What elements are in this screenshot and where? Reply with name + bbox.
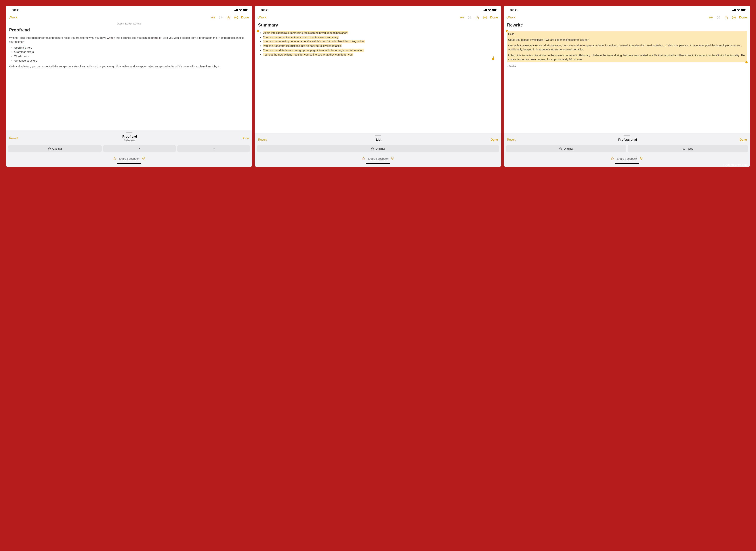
more-icon[interactable]: [482, 14, 488, 21]
chevron-up-icon: [138, 147, 141, 150]
thumbs-up-icon[interactable]: [362, 157, 365, 160]
svg-rect-1: [235, 10, 236, 11]
back-button[interactable]: ‹ Work: [257, 15, 266, 20]
original-button[interactable]: Original: [8, 145, 102, 152]
sheet-done-button[interactable]: Done: [740, 138, 747, 141]
sheet-grabber[interactable]: [375, 135, 381, 136]
svg-point-12: [236, 17, 236, 18]
share-feedback-label[interactable]: Share Feedback: [368, 157, 388, 160]
chevron-left-icon: ‹: [257, 15, 259, 20]
share-icon[interactable]: [723, 14, 730, 21]
back-button[interactable]: ‹ Work: [8, 15, 17, 20]
undo-icon[interactable]: [708, 14, 714, 21]
thumbs-up-icon[interactable]: [611, 157, 614, 160]
next-change-button[interactable]: [177, 145, 250, 152]
wifi-icon: [239, 8, 242, 12]
thumbs-down-icon[interactable]: [142, 157, 145, 160]
sheet-grabber[interactable]: [126, 132, 132, 133]
sheet-title: List: [376, 138, 381, 142]
svg-rect-2: [236, 9, 237, 11]
done-button[interactable]: Done: [240, 16, 250, 19]
cellular-icon: [484, 8, 487, 12]
nav-toolbar: ‹ Work Done: [255, 13, 501, 22]
phone-proofread: 09:41 ‹ Work Done August 5, 2024 at 13:0…: [6, 6, 252, 167]
paragraph: Writing Tools' intelligent proofreading …: [9, 36, 249, 44]
svg-rect-32: [734, 9, 735, 11]
redo-icon[interactable]: [715, 14, 722, 21]
status-time: 09:41: [12, 8, 20, 12]
svg-point-27: [485, 17, 485, 18]
note-date: August 5, 2024 at 13:02: [9, 22, 249, 25]
underlined-word: written: [107, 36, 115, 39]
note-body[interactable]: August 5, 2024 at 13:02 Proofread Writin…: [6, 22, 252, 130]
more-icon[interactable]: [731, 14, 737, 21]
revert-button[interactable]: Revert: [507, 138, 516, 141]
prev-change-button[interactable]: [103, 145, 176, 152]
original-icon: [48, 147, 51, 150]
note-body[interactable]: Rewrite Hello, Could you please investig…: [504, 22, 750, 133]
thumbs-down-icon[interactable]: [640, 157, 643, 160]
list-item: You can turn meeting notes or an entire …: [263, 39, 498, 43]
share-icon[interactable]: [474, 14, 481, 21]
share-feedback-label[interactable]: Share Feedback: [617, 157, 637, 160]
writing-tools-sheet: Revert Proofread 3 changes Done Original…: [6, 130, 252, 167]
list-item: You can turn an entire lecture's worth o…: [263, 35, 498, 39]
note-title: Rewrite: [507, 22, 747, 28]
thumbs-up-icon[interactable]: [113, 157, 116, 160]
list-item: Spelling errors: [14, 46, 249, 50]
watermark: GadgetHacks.com: [723, 163, 748, 167]
home-indicator[interactable]: [615, 163, 639, 164]
undo-icon[interactable]: [210, 14, 216, 21]
done-button[interactable]: Done: [489, 16, 499, 19]
retry-icon: [682, 147, 685, 150]
share-icon[interactable]: [225, 14, 232, 21]
selection-handle-end-icon[interactable]: [745, 61, 748, 63]
svg-rect-33: [735, 9, 736, 11]
cellular-icon: [732, 8, 736, 12]
redo-icon[interactable]: [466, 14, 473, 21]
svg-point-28: [486, 17, 486, 18]
svg-rect-17: [485, 9, 486, 11]
done-button[interactable]: Done: [738, 16, 748, 19]
sheet-done-button[interactable]: Done: [242, 137, 249, 140]
writing-tools-sheet: Revert List Done Original Share Feedback: [255, 133, 501, 167]
bullet-list: Spelling errors Grammar errors Word choi…: [9, 46, 249, 63]
chevron-left-icon: ‹: [8, 15, 10, 20]
back-label: Work: [10, 16, 17, 19]
sheet-grabber[interactable]: [624, 135, 630, 136]
paragraph: In fact, this issue is quite similar to …: [508, 53, 746, 61]
revert-button[interactable]: Revert: [9, 137, 18, 140]
home-indicator[interactable]: [117, 163, 141, 164]
original-button[interactable]: Original: [506, 145, 626, 152]
status-bar: 09:41: [6, 6, 252, 13]
selection-handle-end-icon[interactable]: [492, 58, 494, 60]
paragraph: Could you please investigate if we are e…: [508, 38, 746, 42]
svg-point-13: [237, 17, 237, 18]
thumbs-down-icon[interactable]: [391, 157, 394, 160]
svg-rect-31: [733, 10, 734, 11]
svg-point-43: [735, 17, 735, 18]
redo-icon[interactable]: [217, 14, 224, 21]
share-feedback-label[interactable]: Share Feedback: [119, 157, 139, 160]
retry-button[interactable]: Retry: [628, 145, 748, 152]
wifi-icon: [488, 8, 491, 12]
note-body[interactable]: Summary Apple Intelligence's summarizing…: [255, 22, 501, 133]
back-button[interactable]: ‹ Work: [506, 15, 515, 20]
more-icon[interactable]: [233, 14, 239, 21]
writing-tools-sheet: Revert Professional Done Original Retry …: [504, 133, 750, 167]
undo-icon[interactable]: [459, 14, 465, 21]
nav-toolbar: ‹ Work Done: [6, 13, 252, 22]
sheet-title: Professional: [618, 138, 637, 142]
svg-rect-18: [486, 9, 487, 11]
original-button[interactable]: Original: [257, 145, 499, 152]
revert-button[interactable]: Revert: [258, 138, 267, 141]
svg-rect-15: [484, 10, 484, 11]
svg-rect-6: [247, 9, 248, 10]
original-icon: [371, 147, 374, 150]
list-item: Sentence structure: [14, 59, 249, 63]
chevron-down-icon: [212, 147, 215, 150]
list-item: Word choice: [14, 54, 249, 58]
sheet-done-button[interactable]: Done: [491, 138, 498, 141]
home-indicator[interactable]: [366, 163, 390, 164]
svg-rect-36: [745, 9, 746, 10]
